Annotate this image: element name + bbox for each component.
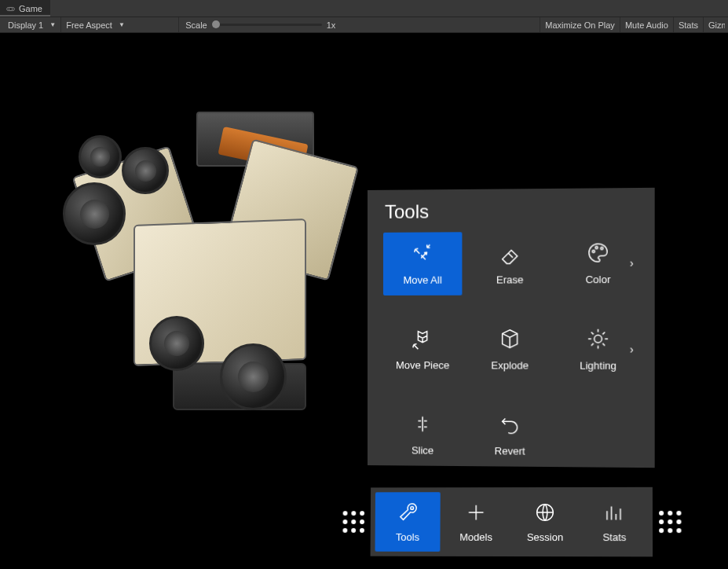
chevron-down-icon: ▼ [49, 21, 56, 28]
svg-point-4 [595, 246, 598, 248]
undo-icon [498, 413, 521, 439]
chevron-right-icon: › [630, 343, 634, 355]
tool-color[interactable]: Color› [558, 231, 638, 296]
tools-panel-title: Tools [368, 188, 655, 229]
eraser-icon [498, 241, 521, 267]
grab-icon [411, 242, 434, 268]
tab-game[interactable]: Game [0, 0, 50, 17]
svg-rect-0 [7, 7, 15, 10]
engine-pulley [220, 343, 287, 410]
tool-label: Explode [491, 359, 529, 371]
tool-revert[interactable]: Revert [470, 403, 551, 467]
tools-panel: Tools Move AllEraseColor›Move PieceExplo… [368, 188, 655, 468]
gamepad-icon [6, 5, 15, 13]
game-toolbar: Display 1 ▼ Free Aspect ▼ Scale 1x Maxim… [0, 17, 728, 33]
palette-icon [586, 240, 610, 267]
scale-label: Scale [185, 20, 207, 30]
tab-label: Game [19, 4, 42, 13]
tool-label: Revert [495, 445, 525, 457]
scale-slider[interactable] [212, 24, 322, 26]
dock-item-label: Tools [396, 531, 419, 543]
plus-icon [464, 501, 488, 527]
aspect-dropdown[interactable]: Free Aspect ▼ [61, 17, 179, 32]
chevron-right-icon: › [630, 256, 634, 269]
main-dock: ToolsModelsSessionStats [371, 487, 653, 557]
engine-model[interactable] [55, 112, 369, 442]
tools-grid: Move AllEraseColor›Move PieceExplodeLigh… [368, 228, 655, 472]
dock-item-tools[interactable]: Tools [375, 492, 440, 552]
cube-icon [498, 327, 521, 353]
engine-pulley [122, 147, 169, 194]
tool-move-all[interactable]: Move All [383, 232, 462, 296]
globe-icon [533, 501, 557, 527]
svg-point-7 [411, 507, 414, 510]
svg-point-1 [9, 8, 9, 9]
svg-point-3 [592, 250, 594, 252]
tool-erase[interactable]: Erase [470, 232, 551, 296]
stats-toggle[interactable]: Stats [673, 17, 703, 32]
wrench-icon [396, 501, 419, 527]
dock-item-label: Session [527, 531, 563, 543]
tool-label: Slice [412, 444, 434, 456]
drag-handle-right-icon[interactable] [656, 508, 685, 536]
bars-icon [602, 501, 626, 527]
svg-point-2 [12, 8, 13, 9]
mute-audio-toggle[interactable]: Mute Audio [620, 17, 673, 32]
engine-pulley [149, 316, 204, 371]
game-viewport[interactable]: Tools Move AllEraseColor›Move PieceExplo… [0, 33, 728, 569]
dock-item-models[interactable]: Models [443, 492, 509, 552]
display-dropdown[interactable]: Display 1 ▼ [3, 17, 61, 32]
tool-explode[interactable]: Explode [470, 318, 551, 381]
sun-icon [586, 327, 610, 354]
drag-handle-left-icon[interactable] [339, 508, 368, 536]
svg-point-6 [594, 335, 602, 343]
slice-icon [411, 412, 434, 438]
dock-item-stats[interactable]: Stats [581, 492, 648, 552]
engine-pulley [63, 182, 126, 245]
dock-item-label: Models [459, 531, 492, 543]
dock-wrapper: ToolsModelsSessionStats [339, 487, 684, 557]
piece-icon [411, 327, 434, 353]
dock-item-session[interactable]: Session [512, 492, 578, 552]
tool-label: Erase [496, 273, 524, 285]
dock-item-label: Stats [603, 531, 627, 543]
tool-slice[interactable]: Slice [383, 402, 462, 466]
tool-label: Move Piece [396, 359, 449, 371]
scale-control: Scale 1x [179, 20, 342, 30]
tool-move-piece[interactable]: Move Piece [383, 318, 462, 380]
tool-label: Move All [403, 274, 441, 286]
editor-tab-bar: Game [0, 0, 728, 17]
svg-point-5 [601, 247, 603, 249]
scale-value: 1x [327, 20, 336, 30]
slider-thumb[interactable] [212, 20, 220, 28]
engine-pulley [79, 135, 122, 178]
tool-label: Color [586, 273, 611, 285]
maximize-on-play-toggle[interactable]: Maximize On Play [540, 17, 620, 32]
tool-lighting[interactable]: Lighting› [558, 318, 638, 381]
gizmos-dropdown[interactable]: Gizmos [703, 17, 725, 32]
chevron-down-icon: ▼ [119, 21, 125, 28]
tool-label: Lighting [580, 360, 616, 372]
